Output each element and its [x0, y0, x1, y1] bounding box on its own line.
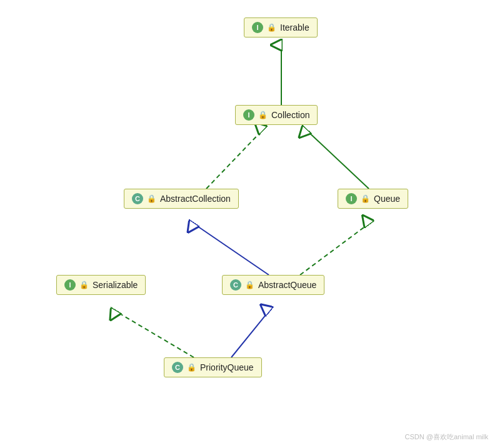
lock-collection: 🔒	[258, 111, 268, 119]
lock-abstractqueue: 🔒	[245, 281, 254, 289]
lock-serializable: 🔒	[79, 281, 89, 289]
label-collection: Collection	[271, 110, 309, 120]
label-priorityqueue: PriorityQueue	[200, 362, 254, 372]
label-iterable: Iterable	[280, 22, 309, 32]
node-abstractqueue: C 🔒 AbstractQueue	[222, 275, 324, 295]
label-queue: Queue	[374, 194, 400, 204]
svg-line-8	[231, 311, 269, 357]
svg-line-6	[300, 224, 369, 275]
node-abstractcollection: C 🔒 AbstractCollection	[124, 189, 239, 209]
svg-line-5	[194, 224, 269, 275]
node-collection: I 🔒 Collection	[235, 105, 318, 125]
badge-abstractcollection: C	[132, 193, 143, 204]
node-iterable: I 🔒 Iterable	[244, 17, 318, 37]
watermark: CSDN @喜欢吃animal milk	[405, 432, 488, 442]
badge-queue: I	[346, 193, 357, 204]
label-abstractqueue: AbstractQueue	[258, 280, 316, 290]
diagram-container: I 🔒 Iterable I 🔒 Collection C 🔒 Abstract…	[0, 0, 497, 448]
badge-iterable: I	[252, 22, 263, 33]
badge-serializable: I	[64, 279, 76, 291]
badge-priorityqueue: C	[172, 362, 183, 373]
svg-line-7	[116, 311, 194, 357]
node-serializable: I 🔒 Serializable	[56, 275, 146, 295]
label-abstractcollection: AbstractCollection	[160, 194, 231, 204]
svg-line-4	[306, 130, 369, 189]
svg-line-3	[206, 130, 263, 189]
lock-queue: 🔒	[361, 194, 370, 203]
badge-collection: I	[243, 109, 254, 121]
badge-abstractqueue: C	[230, 279, 241, 291]
node-queue: I 🔒 Queue	[338, 189, 408, 209]
label-serializable: Serializable	[93, 280, 138, 290]
lock-priorityqueue: 🔒	[187, 363, 196, 372]
lock-iterable: 🔒	[267, 23, 276, 32]
lock-abstractcollection: 🔒	[147, 194, 156, 203]
node-priorityqueue: C 🔒 PriorityQueue	[164, 357, 262, 377]
